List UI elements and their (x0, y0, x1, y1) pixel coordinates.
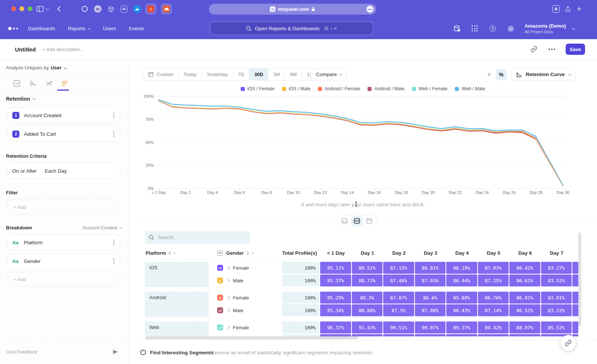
tab-icon-js[interactable]: JS (118, 3, 129, 15)
series-checkbox[interactable] (217, 265, 223, 271)
tab-insights-icon[interactable] (12, 79, 22, 88)
unit-percent-button[interactable]: % (496, 69, 507, 80)
range-30d[interactable]: 30D (249, 69, 268, 80)
column-header-day-5[interactable]: Day 5 (478, 250, 510, 256)
legend-item[interactable]: Web / Male (455, 86, 485, 91)
url-extensions-button[interactable]: ••• (366, 6, 373, 13)
legend-item[interactable]: Android / Male (368, 86, 404, 91)
breakdown-item-gender[interactable]: AaGender (7, 253, 120, 269)
nav-item-reports[interactable]: Reports (68, 26, 90, 31)
column-header-day-3[interactable]: Day 3 (415, 250, 447, 256)
breakdown-options-kebab[interactable] (113, 242, 115, 243)
retention-step-2[interactable]: 2Added To Cart (7, 126, 120, 142)
range-today[interactable]: Today (178, 69, 201, 80)
help-icon[interactable]: ? (489, 25, 497, 33)
notion-extension-icon[interactable]: N (551, 4, 560, 13)
platform-cell-web[interactable]: Web (145, 321, 209, 336)
vertical-scrollbar[interactable] (578, 232, 581, 326)
range-7d[interactable]: 7D (233, 69, 249, 80)
save-button[interactable]: Save (566, 44, 585, 55)
legend-item[interactable]: iOS / Male (282, 86, 310, 91)
unit-count-button[interactable]: # (484, 69, 495, 80)
expand-row-icon[interactable] (227, 326, 229, 329)
horizontal-scrollbar[interactable] (146, 336, 358, 339)
maximize-window-button[interactable] (28, 6, 32, 11)
tab-icon-avatar-m[interactable]: m (92, 3, 103, 15)
share-link-floating-button[interactable] (560, 335, 576, 351)
close-window-button[interactable] (11, 6, 16, 11)
tab-icon-soundcloud-active[interactable] (161, 3, 172, 15)
settings-gear-icon[interactable] (507, 25, 515, 33)
nav-item-dashboards[interactable]: Dashboards (28, 26, 55, 31)
legend-item[interactable]: Android / Female (318, 86, 360, 91)
range-yesterday[interactable]: Yesterday (201, 69, 233, 80)
column-header---1-day[interactable]: < 1 Day (320, 250, 352, 256)
collapse-sidebar-icon[interactable] (112, 349, 118, 357)
select-all-checkbox[interactable] (217, 250, 223, 256)
criteria-each-day[interactable]: Each Day (45, 168, 67, 174)
new-tab-icon[interactable]: + (575, 4, 584, 13)
share-icon[interactable] (563, 4, 572, 13)
nav-item-events[interactable]: Events (129, 26, 144, 31)
series-checkbox[interactable] (217, 277, 223, 283)
table-search[interactable] (145, 231, 250, 244)
legend-item[interactable]: Web / Female (412, 86, 448, 91)
column-header-platform[interactable]: Platform4 (145, 250, 210, 256)
column-header-day-6[interactable]: Day 6 (509, 250, 541, 256)
report-title[interactable]: Untitled (15, 46, 36, 53)
tab-icon-cube[interactable] (105, 3, 116, 15)
expand-row-icon[interactable] (227, 309, 229, 311)
url-bar[interactable]: mixpanel.com ••• (209, 4, 376, 15)
chart-type-dropdown[interactable]: Retention Curve (511, 68, 576, 81)
layout-chart-only-button[interactable] (339, 216, 350, 226)
segments-title[interactable]: Find Interesting Segments (150, 350, 213, 355)
tab-funnels-icon[interactable] (28, 79, 38, 88)
expand-row-icon[interactable] (227, 296, 229, 299)
range-3m[interactable]: 3M (268, 69, 285, 80)
data-management-icon[interactable] (453, 25, 461, 33)
series-checkbox[interactable] (217, 307, 223, 313)
breakdown-scope-dropdown[interactable]: Account Created (82, 225, 122, 230)
criteria-on-or-after[interactable]: On or After (12, 168, 37, 174)
series-checkbox[interactable] (217, 324, 223, 330)
global-search[interactable]: Open Reports & Dashboards ⌘ + K (210, 22, 373, 35)
column-header-day-2[interactable]: Day 2 (383, 250, 415, 256)
range-6m[interactable]: 6M (285, 69, 301, 80)
legend-item[interactable]: iOS / Female (241, 86, 275, 91)
chevron-down-icon[interactable] (45, 4, 50, 13)
platform-cell-android[interactable]: Android (145, 292, 209, 317)
tab-retention-icon[interactable] (60, 79, 70, 88)
mixpanel-logo[interactable] (8, 27, 18, 30)
table-search-input[interactable] (157, 234, 239, 241)
filter-add-button[interactable]: + Add (7, 200, 120, 214)
more-options-icon[interactable] (548, 45, 556, 53)
retention-section-header[interactable]: Retention (6, 96, 122, 102)
breakdown-add-button[interactable]: + Add (7, 272, 120, 287)
column-header-day-7[interactable]: Day 7 (541, 250, 573, 256)
retention-criteria-card[interactable]: On or After Each Day (7, 163, 120, 179)
step-options-kebab[interactable] (113, 133, 115, 135)
minimize-window-button[interactable] (19, 6, 24, 11)
tab-icon-bird[interactable] (131, 3, 143, 15)
series-checkbox[interactable] (217, 295, 223, 301)
expand-row-icon[interactable] (227, 267, 229, 269)
range-custom[interactable]: Custom (143, 69, 178, 80)
add-description[interactable]: + Add description... (43, 47, 84, 52)
give-feedback-link[interactable]: Give Feedback (6, 349, 37, 355)
layout-table-only-button[interactable] (363, 216, 375, 226)
tab-icon-ring[interactable] (79, 3, 90, 15)
layout-split-button[interactable] (351, 216, 363, 226)
sidebar-toggle-icon[interactable] (35, 4, 44, 13)
expand-row-icon[interactable] (227, 279, 229, 282)
nav-item-users[interactable]: Users (103, 26, 116, 31)
breakdown-options-kebab[interactable] (113, 260, 115, 262)
column-header-total[interactable]: Total Profile(s) (282, 250, 320, 256)
tab-flows-icon[interactable] (44, 79, 54, 88)
back-icon[interactable] (54, 4, 63, 13)
column-header-day-1[interactable]: Day 1 (352, 250, 384, 256)
platform-cell-ios[interactable]: iOS (145, 262, 209, 287)
tab-icon-camera-active[interactable] (145, 3, 156, 15)
retention-step-1[interactable]: 1Account Created (7, 107, 120, 123)
account-switcher[interactable]: Amazonia {Demo} All Project Data (525, 23, 575, 34)
breakdown-item-platform[interactable]: AaPlatform (7, 235, 120, 250)
